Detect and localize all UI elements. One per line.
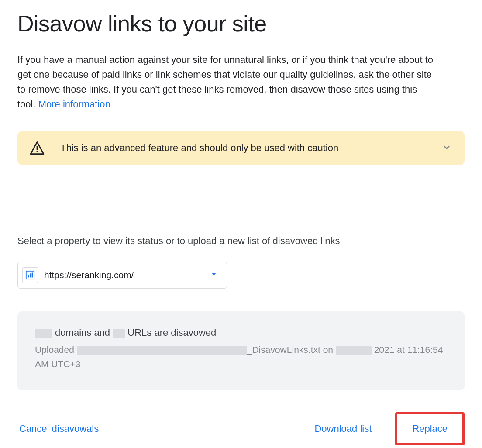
svg-rect-0 bbox=[37, 146, 38, 150]
more-information-link[interactable]: More information bbox=[38, 99, 110, 110]
property-chart-icon bbox=[22, 267, 38, 283]
action-row: Cancel disavowals Download list Replace bbox=[17, 412, 465, 445]
redacted-url-count bbox=[113, 329, 125, 338]
chevron-down-icon bbox=[441, 141, 452, 155]
status-text-fragment: _DisavowLinks.txt on bbox=[247, 345, 336, 355]
redacted-domain-count bbox=[35, 329, 52, 338]
selected-property-value: https://seranking.com/ bbox=[44, 270, 204, 280]
disavow-count-line: domains and URLs are disavowed bbox=[35, 327, 447, 338]
replace-button[interactable]: Replace bbox=[410, 420, 449, 437]
status-text-fragment: URLs are disavowed bbox=[125, 327, 216, 338]
cancel-disavowals-button[interactable]: Cancel disavowals bbox=[17, 420, 100, 437]
disavow-status-card: domains and URLs are disavowed Uploaded … bbox=[17, 311, 465, 390]
status-text-fragment: domains and bbox=[52, 327, 113, 338]
svg-rect-3 bbox=[28, 275, 29, 278]
redacted-date bbox=[336, 346, 372, 355]
download-list-button[interactable]: Download list bbox=[313, 420, 373, 437]
page-title: Disavow links to your site bbox=[17, 10, 465, 37]
redacted-filename bbox=[77, 346, 247, 355]
status-text-fragment: Uploaded bbox=[35, 345, 77, 355]
property-selector[interactable]: https://seranking.com/ bbox=[17, 262, 227, 289]
svg-rect-4 bbox=[30, 274, 31, 278]
warning-banner[interactable]: This is an advanced feature and should o… bbox=[17, 131, 465, 165]
warning-text: This is an advanced feature and should o… bbox=[60, 142, 425, 154]
svg-rect-5 bbox=[32, 273, 33, 278]
upload-info-line: Uploaded _DisavowLinks.txt on 2021 at 11… bbox=[35, 343, 447, 371]
property-select-label: Select a property to view its status or … bbox=[17, 235, 465, 247]
warning-icon bbox=[30, 141, 45, 155]
intro-paragraph: If you have a manual action against your… bbox=[17, 52, 437, 112]
svg-rect-1 bbox=[37, 151, 38, 152]
dropdown-caret-icon bbox=[210, 270, 218, 280]
replace-highlight-box: Replace bbox=[395, 412, 465, 445]
